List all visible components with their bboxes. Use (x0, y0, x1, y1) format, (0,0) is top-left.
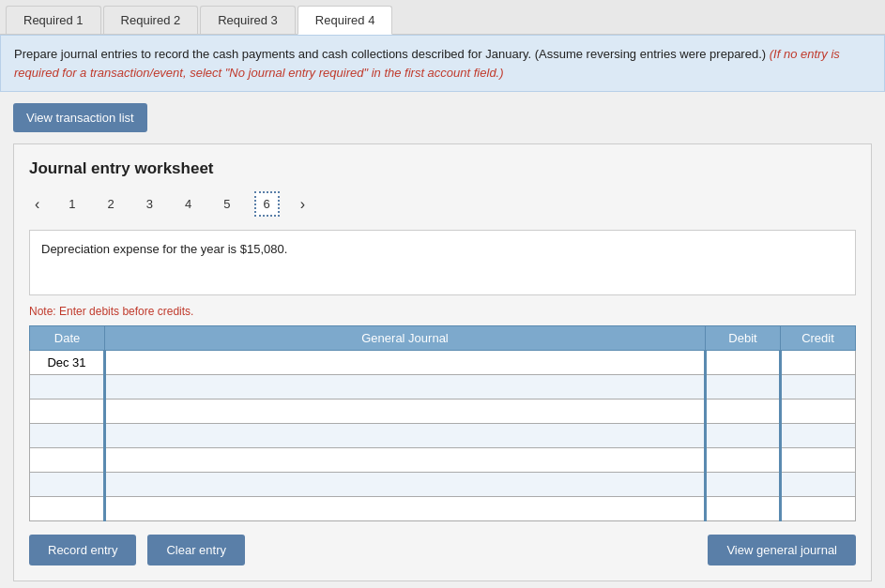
date-cell-5 (30, 448, 105, 473)
credit-input-3[interactable] (782, 400, 855, 423)
debit-input-1[interactable] (707, 351, 779, 374)
view-general-journal-button[interactable]: View general journal (708, 535, 856, 565)
view-transaction-button[interactable]: View transaction list (13, 103, 147, 132)
credit-cell-3[interactable] (781, 400, 856, 424)
tab-required-3[interactable]: Required 3 (200, 6, 296, 34)
debit-input-4[interactable] (707, 424, 779, 447)
debit-cell-2[interactable] (706, 375, 781, 400)
gj-input-1[interactable] (106, 351, 704, 374)
col-header-credit: Credit (781, 326, 856, 351)
tab-required-1[interactable]: Required 1 (6, 6, 101, 34)
description-text: Depreciation expense for the year is $15… (41, 242, 287, 256)
credit-cell-6[interactable] (781, 473, 856, 497)
nav-num-3[interactable]: 3 (138, 192, 161, 216)
debit-cell-1[interactable] (706, 351, 781, 375)
buttons-row: Record entry Clear entry View general jo… (29, 535, 856, 565)
tab-required-4[interactable]: Required 4 (298, 6, 393, 35)
gj-cell-1[interactable] (105, 351, 706, 375)
journal-table: Date General Journal Debit Credit Dec 31 (29, 325, 856, 521)
description-box: Depreciation expense for the year is $15… (29, 230, 856, 295)
debit-cell-5[interactable] (706, 448, 781, 473)
gj-cell-6[interactable] (105, 473, 706, 497)
clear-entry-button[interactable]: Clear entry (147, 535, 245, 565)
debit-cell-4[interactable] (706, 424, 781, 448)
date-cell-3 (30, 400, 105, 424)
nav-prev-arrow[interactable]: ‹ (29, 194, 45, 215)
table-row: Dec 31 (30, 351, 856, 375)
date-cell-7 (30, 497, 105, 521)
nav-num-6[interactable]: 6 (254, 191, 280, 217)
instruction-main: Prepare journal entries to record the ca… (14, 47, 766, 61)
gj-cell-4[interactable] (105, 424, 706, 448)
credit-input-1[interactable] (782, 351, 855, 374)
credit-input-5[interactable] (782, 448, 855, 472)
gj-cell-5[interactable] (105, 448, 706, 473)
nav-num-1[interactable]: 1 (60, 192, 84, 216)
date-cell-4 (30, 424, 105, 448)
worksheet-title: Journal entry worksheet (29, 159, 856, 178)
table-row (30, 497, 856, 521)
credit-input-6[interactable] (782, 473, 855, 496)
gj-input-2[interactable] (106, 375, 704, 399)
debit-input-7[interactable] (707, 497, 779, 520)
date-cell-2 (30, 375, 105, 400)
debit-input-5[interactable] (707, 448, 779, 472)
col-header-date: Date (30, 326, 105, 351)
table-row (30, 448, 856, 473)
gj-cell-7[interactable] (105, 497, 706, 521)
gj-input-4[interactable] (106, 424, 704, 447)
credit-cell-2[interactable] (781, 375, 856, 400)
credit-input-7[interactable] (782, 497, 855, 520)
gj-input-3[interactable] (106, 400, 704, 423)
table-row (30, 400, 856, 424)
table-row (30, 375, 856, 400)
nav-row: ‹ 1 2 3 4 5 6 › (29, 191, 856, 217)
table-row (30, 473, 856, 497)
journal-entry-worksheet: Journal entry worksheet ‹ 1 2 3 4 5 6 › … (13, 143, 872, 581)
gj-cell-3[interactable] (105, 400, 706, 424)
spacer (256, 535, 696, 565)
debit-cell-7[interactable] (706, 497, 781, 521)
note-text: Note: Enter debits before credits. (29, 305, 856, 318)
gj-input-6[interactable] (106, 473, 704, 496)
nav-num-5[interactable]: 5 (215, 192, 238, 216)
nav-next-arrow[interactable]: › (295, 194, 311, 215)
gj-input-5[interactable] (106, 448, 704, 472)
instruction-box: Prepare journal entries to record the ca… (0, 35, 885, 92)
credit-input-2[interactable] (782, 375, 855, 399)
col-header-gj: General Journal (105, 326, 706, 351)
credit-cell-5[interactable] (781, 448, 856, 473)
debit-cell-3[interactable] (706, 400, 781, 424)
nav-num-2[interactable]: 2 (99, 192, 123, 216)
credit-input-4[interactable] (782, 424, 855, 447)
debit-cell-6[interactable] (706, 473, 781, 497)
gj-input-7[interactable] (106, 497, 704, 520)
debit-input-6[interactable] (707, 473, 779, 496)
date-cell-1: Dec 31 (30, 351, 105, 375)
credit-cell-4[interactable] (781, 424, 856, 448)
record-entry-button[interactable]: Record entry (29, 535, 136, 565)
table-row (30, 424, 856, 448)
credit-cell-7[interactable] (781, 497, 856, 521)
debit-input-3[interactable] (707, 400, 779, 423)
tab-bar: Required 1 Required 2 Required 3 Require… (0, 0, 885, 35)
gj-cell-2[interactable] (105, 375, 706, 400)
credit-cell-1[interactable] (781, 351, 856, 375)
nav-num-4[interactable]: 4 (176, 192, 200, 216)
debit-input-2[interactable] (707, 375, 779, 399)
tab-required-2[interactable]: Required 2 (103, 6, 199, 34)
date-cell-6 (30, 473, 105, 497)
col-header-debit: Debit (706, 326, 781, 351)
